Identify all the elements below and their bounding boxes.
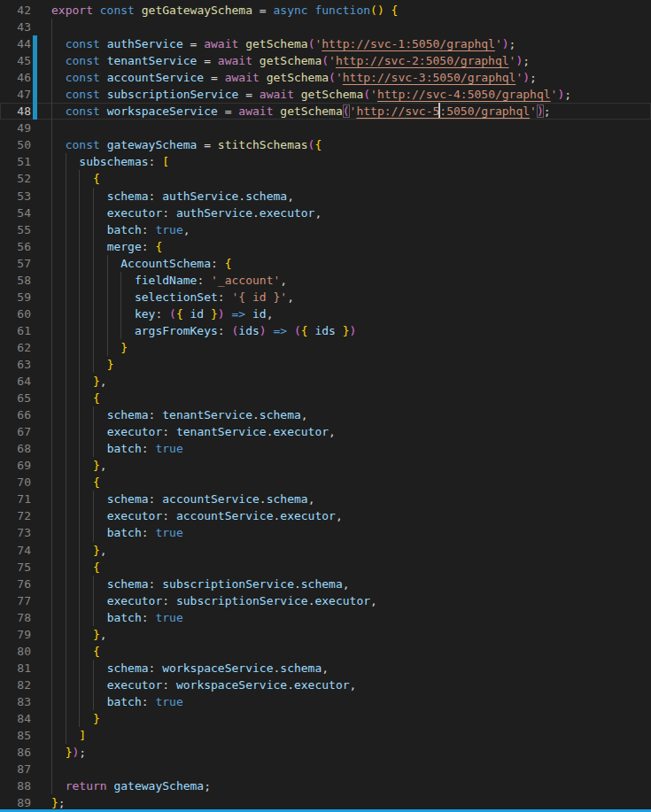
code-line[interactable]: 73 batch: true [0,524,651,541]
code-line[interactable]: 83 batch: true [0,693,651,710]
line-number[interactable]: 68 [0,440,31,457]
line-number[interactable]: 59 [0,289,31,305]
code-line[interactable]: 59 selectionSet: '{ id }', [0,289,651,305]
code-line[interactable]: 47 const subscriptionService = await get… [0,86,651,103]
token [51,526,107,539]
code-line[interactable]: 62 } [0,339,651,356]
line-number[interactable]: 77 [0,592,31,609]
code-line[interactable]: 57 AccountSchema: { [0,255,651,272]
code-line[interactable]: 72 executor: accountService.executor, [0,507,651,524]
code-line[interactable]: 45 const tenantService = await getSchema… [0,52,651,69]
code-line[interactable]: 55 batch: true, [0,221,651,238]
code-line[interactable]: 85 ] [0,727,651,744]
line-number[interactable]: 88 [0,777,31,794]
line-number[interactable]: 62 [0,339,31,356]
line-number[interactable]: 60 [0,305,31,322]
code-line[interactable]: 79 }, [0,626,651,643]
line-number[interactable]: 52 [0,170,31,187]
code-line[interactable]: 80 { [0,643,651,660]
line-number[interactable]: 45 [0,52,31,69]
line-number[interactable]: 84 [0,710,31,727]
line-number[interactable]: 57 [0,255,31,272]
code-line[interactable]: 44 const authService = await getSchema('… [0,35,651,52]
line-number[interactable]: 80 [0,643,31,660]
line-number[interactable]: 58 [0,272,31,289]
code-line[interactable]: 54 executor: authService.executor, [0,205,651,221]
line-number[interactable]: 69 [0,457,31,474]
code-line[interactable]: 51 subschemas: [ [0,153,651,170]
line-number[interactable]: 86 [0,744,31,761]
line-number[interactable]: 79 [0,626,31,643]
code-line[interactable]: 74 }, [0,542,651,559]
line-number[interactable]: 48 [0,103,31,120]
code-line[interactable]: 63 } [0,356,651,373]
line-number[interactable]: 71 [0,491,31,507]
line-number[interactable]: 51 [0,153,31,170]
line-number[interactable]: 75 [0,559,31,576]
line-number[interactable]: 76 [0,576,31,592]
line-number[interactable]: 72 [0,507,31,524]
code-line[interactable]: 49 [0,120,651,136]
code-line[interactable]: 77 executor: subscriptionService.executo… [0,592,651,609]
line-number[interactable]: 56 [0,238,31,255]
code-line[interactable]: 48 const workspaceService = await getSch… [0,103,651,120]
code-line[interactable]: 68 batch: true [0,440,651,457]
line-number[interactable]: 44 [0,35,31,52]
line-number[interactable]: 87 [0,761,31,777]
line-number[interactable]: 81 [0,660,31,677]
line-number[interactable]: 85 [0,727,31,744]
code-line[interactable]: 88 return gatewaySchema; [0,777,651,794]
code-line[interactable]: 65 { [0,390,651,406]
line-number[interactable]: 63 [0,356,31,373]
line-number[interactable]: 42 [0,2,31,19]
line-number[interactable]: 70 [0,474,31,491]
line-number[interactable]: 54 [0,205,31,221]
token: subschemas [79,155,148,168]
code-line[interactable]: 76 schema: subscriptionService.schema, [0,576,651,592]
code-line[interactable]: 58 fieldName: '_account', [0,272,651,289]
code-line[interactable]: 53 schema: authService.schema, [0,188,651,205]
line-number[interactable]: 74 [0,542,31,559]
line-number[interactable]: 55 [0,221,31,238]
line-number[interactable]: 67 [0,423,31,440]
line-number[interactable]: 46 [0,69,31,86]
line-number[interactable]: 65 [0,390,31,406]
code-line[interactable]: 61 argsFromKeys: (ids) => ({ ids }) [0,322,651,339]
code-line[interactable]: 75 { [0,559,651,576]
line-number[interactable]: 61 [0,322,31,339]
code-line[interactable]: 64 }, [0,373,651,390]
token: , [100,459,107,472]
line-number[interactable]: 47 [0,86,31,103]
code-line[interactable]: 82 executor: workspaceService.executor, [0,677,651,693]
code-line[interactable]: 60 key: ({ id }) => id, [0,305,651,322]
code-line[interactable]: 50 const gatewaySchema = stitchSchemas({ [0,136,651,153]
line-number[interactable]: 64 [0,373,31,390]
line-number[interactable]: 66 [0,406,31,423]
code-line[interactable]: 86 }); [0,744,651,761]
code-line[interactable]: 66 schema: tenantService.schema, [0,406,651,423]
code-line[interactable]: 46 const accountService = await getSchem… [0,69,651,86]
code-line[interactable]: 56 merge: { [0,238,651,255]
line-number[interactable]: 73 [0,524,31,541]
line-number[interactable]: 53 [0,188,31,205]
code-line[interactable]: 87 [0,761,651,777]
line-number[interactable]: 83 [0,693,31,710]
code-line[interactable]: 43 [0,19,651,35]
line-number[interactable]: 50 [0,136,31,153]
code-line[interactable]: 52 { [0,170,651,187]
line-number[interactable]: 82 [0,677,31,693]
token: ( [329,71,336,84]
code-line[interactable]: 69 }, [0,457,651,474]
code-line[interactable]: 70 { [0,474,651,491]
token: : [149,189,163,203]
code-line[interactable]: 78 batch: true [0,609,651,626]
code-line[interactable]: 67 executor: tenantService.executor, [0,423,651,440]
code-line[interactable]: 42export const getGatewaySchema = async … [0,2,651,19]
code-line[interactable]: 81 schema: workspaceService.schema, [0,660,651,677]
token: schema [107,189,149,203]
line-number[interactable]: 43 [0,19,31,35]
code-line[interactable]: 84 } [0,710,651,727]
line-number[interactable]: 49 [0,120,31,136]
code-line[interactable]: 71 schema: accountService.schema, [0,491,651,507]
line-number[interactable]: 78 [0,609,31,626]
